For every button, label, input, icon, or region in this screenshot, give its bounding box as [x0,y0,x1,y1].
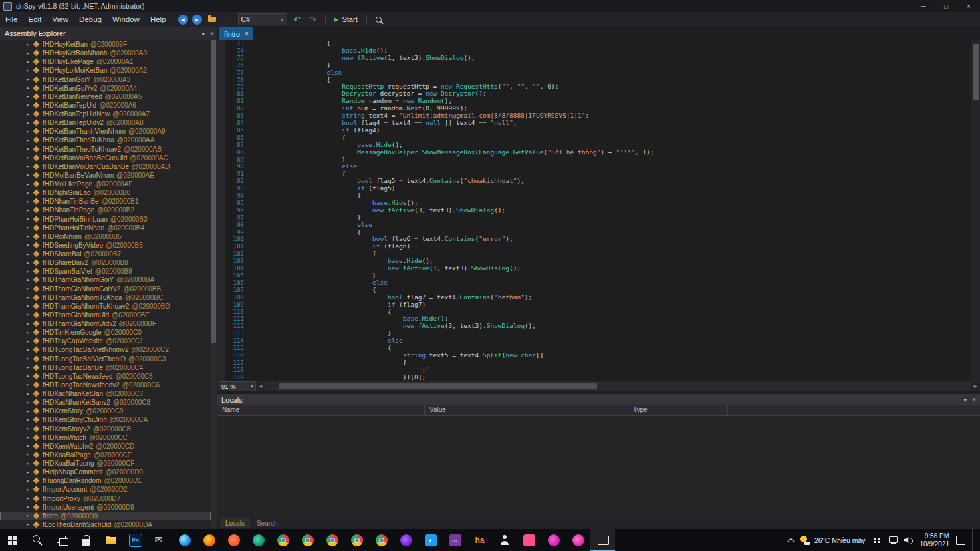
tree-item-fimportuseragent[interactable]: ▸fImportUseragent@020000D8 [0,503,211,512]
tree-item-fhdthamgianhomgoiy[interactable]: ▸fHDThamGiaNhomGoiY@020000BA [0,276,211,284]
tree-scrollbar-thumb[interactable] [211,40,216,343]
tree-item-fhdtuongtacbanbe[interactable]: ▸fHDTuongTacBanBe@020000C4 [0,363,211,372]
code-line[interactable]: 77 else [217,69,980,77]
expander-icon[interactable]: ▸ [27,138,33,143]
taskbar-chrome-4-icon[interactable] [344,529,369,551]
goto-entry-button[interactable]: → [222,14,234,25]
tree-item-fhdxemstorychidinh[interactable]: ▸fHDXemStoryChiDinh@020000CA [0,415,211,424]
network-icon[interactable] [888,536,898,544]
tree-item-fhdthamgianhomtukhoav2[interactable]: ▸fHDThamGiaNhomTuKhoav2@020000BD [0,302,211,311]
redo-button[interactable]: ↷ [307,14,319,25]
volume-icon[interactable] [904,536,914,544]
tree-item-fhdxacnhanketban[interactable]: ▸fHDXacNhanKetBan@020000C7 [0,389,211,398]
tree-item-fhdketbangoiyv2[interactable]: ▸fHDKetBanGoiYv2@020000A4 [0,84,211,92]
menu-debug[interactable]: Debug [74,13,107,25]
language-combobox[interactable]: C#▾ [238,13,287,25]
tree-item-fhdxacnhanketbanv2[interactable]: ▸fHDXacNhanKetBanv2@020000C8 [0,398,211,407]
tree-item-fhdthamgianhomgoiyv2[interactable]: ▸fHDThamGiaNhomGoiYv2@020000BB [0,285,211,293]
taskbar-edge-icon[interactable] [172,529,197,551]
tree-item-fintro[interactable]: ▸fIntro@020000D9 [0,512,211,520]
taskbar-chrome-3-icon[interactable] [320,529,344,551]
scroll-right-button[interactable]: ▸ [971,383,980,389]
tree-item-floctheodanhsachuid[interactable]: ▸fLocTheoDanhSachUid@020000DA [0,520,211,529]
close-icon[interactable]: × [957,0,980,12]
expander-icon[interactable]: ▸ [27,190,33,196]
expander-icon[interactable]: ▸ [27,208,33,213]
clock[interactable]: 9:56 PM 10/9/2021 [920,532,950,548]
panel-close-icon[interactable]: × [210,30,214,37]
expander-icon[interactable]: ▸ [27,277,33,283]
tree-item-fhdnghigiailao[interactable]: ▸fHDNghiGiaiLao@020000B0 [0,188,211,197]
tree-item-fhdseedingbyvideo[interactable]: ▸fHDSeedingByVideo@020000B6 [0,241,211,250]
search-button[interactable] [373,14,385,25]
taskbar-visual-studio-icon[interactable]: ∞ [443,529,467,551]
breakpoint-margin[interactable] [217,40,225,381]
tree-item-fhdthamgianhomuidv2[interactable]: ▸fHDThamGiaNhomUidv2@020000BF [0,319,211,328]
tree-item-fhdmoibanbevaonhom[interactable]: ▸fHDMoiBanBeVaoNhom@020000AE [0,171,211,180]
tree-item-fhdtuongtacbaivietnhomv2[interactable]: ▸fHDTuongTacBaiVietNhomv2@020000C2 [0,345,211,354]
locals-column-value[interactable]: Value [425,405,628,415]
locals-menu-icon[interactable]: ▾ [963,396,967,403]
taskbar-chrome-1-icon[interactable] [271,529,295,551]
tree-scrollbar[interactable] [211,40,217,529]
menu-view[interactable]: View [47,13,74,25]
tray-expand-icon[interactable] [787,538,794,544]
action-center-icon[interactable] [956,536,965,545]
menu-help[interactable]: Help [145,13,172,25]
scroll-left-button[interactable]: ◂ [256,383,265,389]
editor-hscroll-thumb[interactable] [279,383,596,389]
taskbar-brave-icon[interactable] [221,529,246,551]
tree-item-fimportaccount[interactable]: ▸fImportAccount@020000D2 [0,485,211,494]
tree-item-fhdketbanvoibancuabanbe[interactable]: ▸fHDKetBanVoiBanCuaBanBe@020000AD [0,162,211,171]
zoom-level-select[interactable]: 91 %▾ [219,381,256,391]
tree-item-fhdxemwatch[interactable]: ▸fHDXemWatch@020000CC [0,433,211,442]
code-line[interactable]: 119 })[0]; [217,374,980,381]
tree-item-fhdketbantheotukhoa[interactable]: ▸fHDKetBanTheoTuKhoa@020000AA [0,136,211,144]
taskbar-chrome-2-icon[interactable] [295,529,320,551]
expander-icon[interactable]: ▸ [27,330,33,335]
taskbar-firefox-icon[interactable] [197,529,221,551]
expander-icon[interactable]: ▸ [27,417,33,423]
tree-item-fhdtruycapwebsite[interactable]: ▸fHDTruyCapWebsite@020000C1 [0,337,211,345]
undo-button[interactable]: ↶ [291,14,303,25]
taskbar-magenta-app-2-icon[interactable] [566,529,590,551]
taskbar-dnspy-active-icon[interactable] [590,529,615,551]
expander-icon[interactable]: ▸ [27,42,33,47]
tree-item-fhdphanhoitinnhan[interactable]: ▸fHDPhanHoiTinNhan@020000B4 [0,224,211,232]
expander-icon[interactable]: ▸ [27,269,33,274]
tree-item-fhdtimkiemgoogle[interactable]: ▸fHDTimKiemGoogle@020000C0 [0,328,211,337]
expander-icon[interactable]: ▸ [27,252,33,257]
tree-item-fhdtuongtacbaiviettheoid[interactable]: ▸fHDTuongTacBaiVietTheoID@020000C3 [0,355,211,363]
tree-item-fhdxoabaituong[interactable]: ▸fHDXoaBaiTuong@020000CF [0,459,211,468]
navigate-forward-button[interactable]: ▶ [192,15,202,25]
tree-item-fhdroinhom[interactable]: ▸fHDRoiNhom@020000B5 [0,232,211,241]
menu-file[interactable]: File [0,13,23,25]
taskbar-file-explorer-icon[interactable] [98,529,123,551]
taskbar-magenta-app-1-icon[interactable] [541,529,566,551]
tree-item-fhdsharebaiv2[interactable]: ▸fHDShareBaiv2@020000B8 [0,258,211,267]
locals-column-name[interactable]: Name [217,405,425,415]
taskbar-vscode-icon[interactable]: ‹ [418,529,443,551]
code-editor[interactable]: 73 {74 base.Hide();75 new fActive(1, tex… [217,40,980,381]
taskbar-task-view-icon[interactable] [49,529,74,551]
expander-icon[interactable]: ▸ [27,182,33,187]
tree-item-fhdtuongtacnewsfeed[interactable]: ▸fHDTuongTacNewsfeed@020000C5 [0,372,211,381]
tree-item-fhuongdanrandom[interactable]: ▸fHuongDanRandom@020000D1 [0,476,211,485]
taskbar-start-icon[interactable] [0,529,25,551]
tree-item-fhdthamgianhomtukhoa[interactable]: ▸fHDThamGiaNhomTuKhoa@020000BC [0,293,211,302]
tree-item-fhdketbantheotukhoav2[interactable]: ▸fHDKetBanTheoTuKhoav2@020000AB [0,145,211,154]
tree-item-fhdphanhoibinhluan[interactable]: ▸fHDPhanHoiBinhLuan@020000B3 [0,215,211,224]
panel-tab-locals[interactable]: Locals [220,518,250,528]
expander-icon[interactable]: ▸ [27,199,33,204]
locals-body[interactable] [217,416,980,518]
panel-tab-search[interactable]: Search [251,518,283,528]
locals-column-type[interactable]: Type [628,405,728,415]
tree-item-fhdketbannewfeed[interactable]: ▸fHDKetBanNewfeed@020000A5 [0,92,211,101]
tree-item-fhdhuylikepage[interactable]: ▸fHDHuyLikePage@020000A1 [0,57,211,66]
tree-item-fhdxemstoryv2[interactable]: ▸fHDXemStoryv2@020000CB [0,425,211,433]
expander-icon[interactable]: ▸ [27,129,33,134]
show-desktop-button[interactable] [972,529,975,551]
taskbar-chrome-5-icon[interactable] [369,529,394,551]
expander-icon[interactable]: ▸ [27,51,33,56]
tree-item-fhdhuyloimoiketban[interactable]: ▸fHDHuyLoiMoiKetBan@020000A2 [0,66,211,75]
